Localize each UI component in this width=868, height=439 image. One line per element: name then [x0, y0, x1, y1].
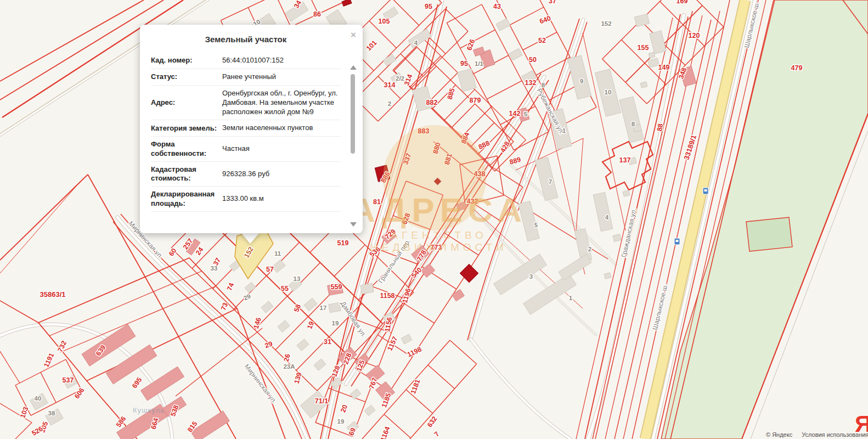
attribute-value: 56:44:0101007:152	[219, 56, 341, 65]
building-number-label: 7	[549, 178, 552, 185]
building-number-label: 5	[534, 222, 538, 228]
building-number-label: 4	[414, 40, 418, 46]
scroll-down-icon[interactable]	[350, 222, 357, 227]
parcel-attributes: Кад. номер:56:44:0101007:152Статус:Ранее…	[151, 53, 341, 212]
building-number-label: 19	[332, 320, 339, 327]
bus-stop-glyph	[676, 240, 679, 242]
parcel-number-label: 55	[281, 285, 289, 292]
parcel-number-label: 169	[677, 0, 688, 5]
attribute-row: Адрес:Оренбургская обл., г. Оренбург, ул…	[151, 86, 341, 121]
parcel-number-label: 86	[313, 10, 321, 18]
attribute-label: Декларированная площадь:	[151, 190, 219, 208]
attribute-row: Декларированная площадь:1333.00 кв.м	[151, 187, 341, 212]
building	[649, 52, 655, 58]
bus-stop-glyph	[704, 189, 707, 192]
popup-scrollbar[interactable]	[348, 65, 357, 227]
parcel-number-label: 95	[460, 60, 468, 67]
building-number-label: 38	[48, 410, 55, 417]
parcel-number-label: 879	[470, 97, 481, 104]
parcel-number-label: 43	[493, 3, 501, 10]
parcel-number-label: 37	[549, 0, 556, 5]
building-number-label: 2	[388, 100, 391, 107]
parcel-number-label: 314	[384, 81, 396, 89]
parcel-number-label: 519	[337, 239, 349, 247]
parcel-number-label: 132	[525, 79, 537, 87]
attribute-row: Категория земель:Земли населенных пункто…	[151, 120, 341, 137]
parcel-number-label: 50	[529, 56, 537, 64]
parcel-number-label: 88	[656, 123, 664, 132]
parcel-number-label: 537	[63, 376, 74, 384]
building-number-label: 11	[274, 250, 281, 257]
building	[329, 302, 341, 312]
building-number-label: 40	[35, 395, 42, 402]
parcel-number-label: 149	[658, 64, 670, 71]
parcel-number-label: 52	[538, 37, 546, 44]
building-number-label: 2/2	[396, 75, 404, 82]
attribute-value: Оренбургская обл., г. Оренбург, ул. Дамб…	[219, 89, 341, 117]
parcel-number-label: 142	[509, 110, 521, 117]
attribute-row: Кадастровая стоимость:926328.36 руб	[151, 162, 341, 187]
parcel-number-label: 479	[791, 64, 803, 72]
close-icon[interactable]: ×	[351, 30, 356, 40]
building-number-label: 4	[605, 214, 609, 221]
building-number-label: 33	[211, 265, 218, 272]
attribute-value: 1333.00 кв.м	[219, 194, 341, 204]
copyright-text: © Яндекс	[766, 431, 792, 438]
building-number-label: 1/1	[475, 60, 484, 67]
attribute-value: Земли населенных пунктов	[219, 123, 341, 133]
building-number-label: 8	[632, 121, 635, 127]
parcel-number-label: 71/1	[315, 397, 328, 405]
building-number-label: 13	[294, 275, 301, 282]
building-number-label: 2	[588, 246, 591, 252]
parcel-number-label: 35863/1	[40, 290, 66, 299]
watermark-circle	[383, 125, 486, 230]
attribute-row: Статус:Ранее учтенный	[151, 69, 341, 86]
building-number-label: 152	[601, 20, 611, 27]
scroll-up-icon[interactable]	[350, 65, 357, 70]
building-number-label: 9	[580, 78, 583, 85]
attribute-row: Кад. номер:56:44:0101007:152	[151, 53, 341, 69]
popup-title: Земельный участок	[151, 35, 341, 44]
parcel-number-label: 882	[426, 99, 438, 106]
attribute-label: Статус:	[151, 72, 219, 81]
parcel-info-popup: × Земельный участок Кад. номер:56:44:010…	[140, 25, 363, 233]
yandex-logo: Я	[855, 413, 868, 436]
scrollbar-thumb[interactable]	[351, 74, 355, 154]
attribute-label: Категория земель:	[151, 124, 219, 133]
locality-label: Кушкуль	[133, 406, 165, 414]
building	[360, 283, 374, 294]
parcel-number-label: 559	[331, 283, 342, 291]
building-number-label: 17	[320, 305, 327, 311]
parcel-number-label: 120	[689, 32, 700, 40]
parcel-number-label: 95	[425, 3, 432, 10]
building-number-label: 23А	[283, 363, 295, 370]
building-number-label: 10	[605, 89, 612, 95]
parcel-number-label: 105	[379, 18, 390, 25]
attribute-value: Частная	[219, 144, 341, 154]
attribute-label: Кадастровая стоимость:	[151, 165, 219, 183]
parcel-number-label: 31	[324, 338, 331, 346]
parcel-number-label: 155	[638, 44, 649, 52]
attribute-label: Адрес:	[151, 98, 219, 107]
attribute-label: Форма собственности:	[151, 140, 219, 158]
building-number-label: 3	[529, 273, 533, 280]
attribute-value: Ранее учтенный	[219, 72, 341, 82]
attribute-row: Форма собственности:Частная	[151, 137, 341, 162]
popup-callout-tail	[240, 232, 260, 244]
attribute-value: 926328.36 руб	[219, 170, 341, 179]
parcel-number-label: 1158	[380, 292, 394, 300]
map-attribution: © Яндекс Условия использования	[766, 431, 868, 438]
building-number-label: 1	[569, 295, 573, 301]
attribute-label: Кад. номер:	[151, 56, 219, 65]
building-number-label: 5	[524, 111, 528, 117]
parcel-number-label: 81	[373, 198, 381, 206]
parcel-number-label: 57	[266, 266, 274, 273]
green-area	[746, 217, 792, 251]
building-number-label: 19	[337, 418, 345, 425]
parcel-number-label: 137	[619, 156, 631, 164]
parcel-number-label: 773	[431, 244, 442, 251]
map-stage: 3486951051014337640525062695314314882885…	[0, 0, 868, 439]
